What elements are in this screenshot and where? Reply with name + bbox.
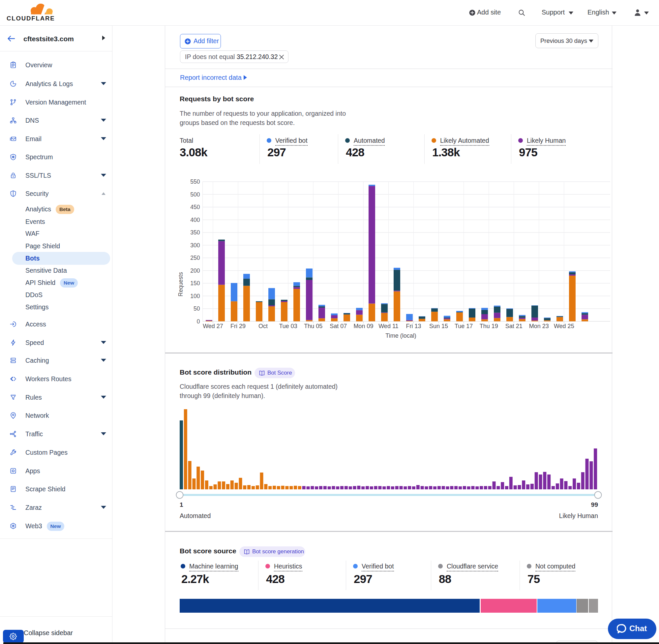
svg-text:250: 250 bbox=[190, 255, 200, 261]
svg-text:Thu 19: Thu 19 bbox=[480, 323, 498, 329]
svg-text:500: 500 bbox=[190, 191, 200, 198]
svg-text:Sat 07: Sat 07 bbox=[330, 323, 347, 329]
svg-text:Wed 27: Wed 27 bbox=[203, 323, 223, 329]
svg-text:350: 350 bbox=[190, 229, 200, 236]
svg-text:100: 100 bbox=[190, 293, 200, 299]
svg-text:150: 150 bbox=[190, 280, 200, 286]
svg-text:0: 0 bbox=[197, 318, 200, 325]
svg-text:Fri 29: Fri 29 bbox=[231, 323, 245, 329]
svg-text:200: 200 bbox=[190, 268, 200, 274]
svg-text:Tue 03: Tue 03 bbox=[279, 323, 297, 329]
svg-text:450: 450 bbox=[190, 204, 200, 210]
svg-text:Mon 23: Mon 23 bbox=[529, 323, 549, 329]
svg-text:550: 550 bbox=[190, 178, 200, 185]
svg-text:Requests: Requests bbox=[178, 272, 184, 296]
svg-text:Time (local): Time (local) bbox=[385, 332, 416, 339]
svg-text:Sun 15: Sun 15 bbox=[429, 323, 448, 329]
svg-text:Tue 17: Tue 17 bbox=[455, 323, 473, 329]
svg-text:CLOUDFLARE: CLOUDFLARE bbox=[6, 15, 55, 22]
svg-text:Wed 25: Wed 25 bbox=[554, 323, 574, 329]
svg-text:50: 50 bbox=[193, 305, 200, 312]
svg-text:Mon 09: Mon 09 bbox=[353, 323, 373, 329]
svg-text:Sat 21: Sat 21 bbox=[505, 323, 522, 329]
svg-text:Thu 05: Thu 05 bbox=[304, 323, 323, 329]
svg-text:Fri 13: Fri 13 bbox=[406, 323, 421, 329]
svg-text:Oct: Oct bbox=[258, 323, 268, 329]
svg-text:Wed 11: Wed 11 bbox=[378, 323, 398, 329]
svg-text:300: 300 bbox=[190, 242, 200, 249]
svg-text:400: 400 bbox=[190, 217, 200, 223]
